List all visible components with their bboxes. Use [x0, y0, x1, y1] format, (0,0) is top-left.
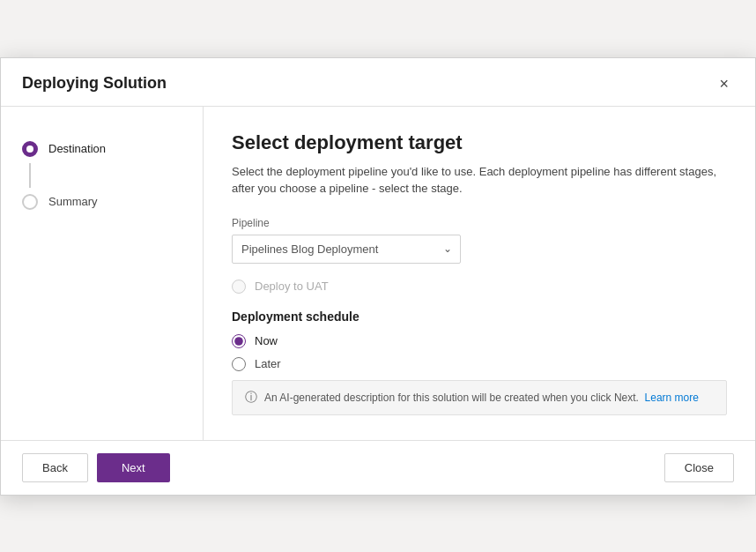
deploy-uat-label: Deploy to UAT	[255, 280, 329, 293]
sidebar: Destination Summary	[1, 107, 204, 440]
dialog-title: Deploying Solution	[22, 74, 167, 93]
pipeline-select[interactable]: Pipelines Blog Deployment	[232, 235, 461, 264]
step-circle-summary	[22, 194, 38, 210]
dialog-footer: Back Next Close	[1, 440, 755, 495]
dialog-body: Destination Summary Select deployment ta…	[1, 107, 755, 440]
schedule-later-radio[interactable]	[232, 357, 246, 371]
info-icon: ⓘ	[245, 390, 257, 406]
ai-notice-banner: ⓘ An AI-generated description for this s…	[232, 380, 727, 415]
schedule-later-option: Later	[232, 357, 727, 371]
ai-notice-content: An AI-generated description for this sol…	[264, 392, 639, 404]
step-summary[interactable]: Summary	[22, 188, 182, 216]
section-title: Select deployment target	[232, 131, 727, 154]
step-label-destination: Destination	[48, 142, 106, 155]
step-connector	[29, 163, 31, 188]
schedule-later-label: Later	[255, 357, 281, 370]
deploy-uat-option: Deploy to UAT	[232, 280, 727, 294]
footer-left-buttons: Back Next	[22, 453, 170, 482]
next-button[interactable]: Next	[97, 453, 170, 482]
pipeline-select-wrapper: Pipelines Blog Deployment ⌄	[232, 235, 461, 264]
schedule-now-radio[interactable]	[232, 334, 246, 348]
deploy-uat-radio[interactable]	[232, 280, 246, 294]
step-circle-destination	[22, 141, 38, 157]
schedule-now-option: Now	[232, 334, 727, 348]
ai-notice-text: An AI-generated description for this sol…	[264, 392, 699, 404]
pipeline-field-label: Pipeline	[232, 217, 727, 229]
close-icon-button[interactable]: ×	[714, 74, 734, 93]
schedule-now-label: Now	[255, 334, 278, 347]
step-destination[interactable]: Destination	[22, 135, 182, 163]
deploying-solution-dialog: Deploying Solution × Destination Summary…	[0, 57, 756, 496]
learn-more-link[interactable]: Learn more	[645, 392, 699, 404]
close-button[interactable]: Close	[664, 453, 734, 482]
back-button[interactable]: Back	[22, 453, 88, 482]
section-description: Select the deployment pipeline you'd lik…	[232, 163, 727, 198]
main-content: Select deployment target Select the depl…	[204, 107, 755, 440]
step-label-summary: Summary	[48, 195, 98, 208]
dialog-header: Deploying Solution ×	[1, 58, 755, 107]
deployment-schedule-label: Deployment schedule	[232, 310, 727, 324]
